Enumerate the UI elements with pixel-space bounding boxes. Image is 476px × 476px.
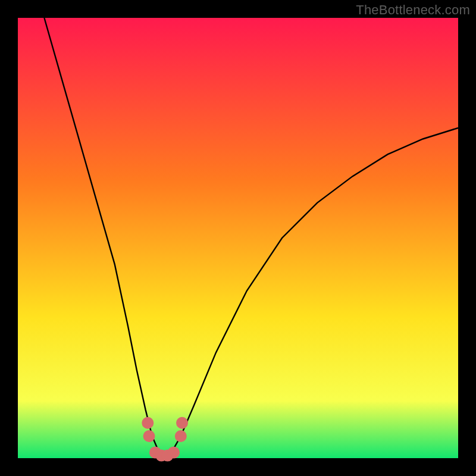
data-point-valley-4 xyxy=(168,446,180,458)
data-point-left-cluster-lower xyxy=(143,430,155,442)
data-point-left-cluster-upper xyxy=(142,417,154,429)
watermark-text: TheBottleneck.com xyxy=(356,2,470,18)
data-point-right-cluster-upper xyxy=(176,417,188,429)
data-point-right-cluster-lower xyxy=(175,430,187,442)
bottleneck-chart xyxy=(0,0,476,476)
gradient-plot-area xyxy=(18,18,458,458)
